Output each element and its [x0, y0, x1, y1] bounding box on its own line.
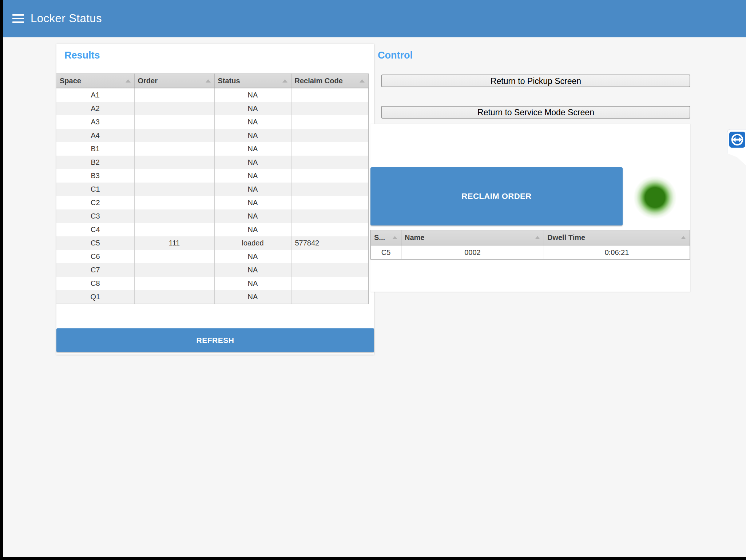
- results-table-body: A1NAA2NAA3NAA4NAB1NAB2NAB3NAC1NAC2NAC3NA…: [56, 88, 368, 304]
- table-row[interactable]: C8NA: [56, 277, 368, 290]
- cell-reclaim-code: [291, 196, 368, 209]
- cell-reclaim-code: [291, 142, 368, 156]
- cell-reclaim-code: [291, 290, 368, 304]
- sort-arrow-icon: [392, 236, 397, 239]
- column-header-label: Name: [405, 233, 424, 241]
- cell-order: [134, 142, 214, 156]
- cell-order: [134, 290, 214, 304]
- cell-status: loaded: [214, 236, 291, 250]
- cell-reclaim-code: [291, 115, 368, 129]
- app-header: Locker Status: [3, 0, 746, 37]
- column-header-reclaim-code[interactable]: Reclaim Code: [291, 74, 368, 88]
- cell-space: C2: [56, 196, 134, 209]
- cell-order: [134, 156, 214, 169]
- table-row[interactable]: C5111loaded577842: [56, 236, 368, 250]
- cell-space: C8: [56, 277, 134, 290]
- screen-edge-bottom: [0, 557, 746, 560]
- return-to-pickup-button[interactable]: Return to Pickup Screen: [381, 75, 690, 87]
- cell-status: NA: [214, 169, 291, 183]
- cell-status: NA: [214, 277, 291, 290]
- table-row[interactable]: A3NA: [56, 115, 368, 129]
- cell-order: 111: [134, 236, 214, 250]
- table-row[interactable]: B1NA: [56, 142, 368, 156]
- cell-space: B3: [56, 169, 134, 183]
- hamburger-menu-icon[interactable]: [12, 14, 24, 23]
- sort-arrow-icon: [535, 236, 540, 239]
- sort-arrow-icon: [360, 79, 365, 83]
- column-header-label: Space: [60, 77, 81, 85]
- table-header-row: Space Order Status Reclaim Code: [56, 74, 368, 88]
- cell-reclaim-code: [291, 263, 368, 277]
- column-header-label: Dwell Time: [547, 233, 585, 241]
- table-row[interactable]: A4NA: [56, 129, 368, 142]
- cell-dwell-time: 0:06:21: [544, 245, 690, 260]
- sort-arrow-icon: [282, 79, 287, 83]
- sort-arrow-icon: [206, 79, 211, 83]
- sort-arrow-icon: [681, 236, 686, 239]
- column-header-label: S...: [374, 233, 385, 241]
- table-row[interactable]: C4NA: [56, 223, 368, 236]
- cell-order: [134, 169, 214, 183]
- column-header-label: Order: [138, 77, 158, 85]
- table-row[interactable]: B2NA: [56, 156, 368, 169]
- cell-reclaim-code: [291, 88, 368, 102]
- control-heading: Control: [378, 50, 413, 61]
- cell-order: [134, 88, 214, 102]
- cell-order: [134, 263, 214, 277]
- column-header-status[interactable]: Status: [214, 74, 291, 88]
- cell-status: NA: [214, 263, 291, 277]
- cell-reclaim-code: [291, 209, 368, 223]
- cell-order: [134, 129, 214, 142]
- cell-reclaim-code: [291, 169, 368, 183]
- column-header-name[interactable]: Name: [401, 230, 544, 245]
- cell-reclaim-code: [291, 129, 368, 142]
- results-panel: Results Space Order Status Recl: [56, 44, 374, 355]
- cell-reclaim-code: [291, 250, 368, 263]
- cell-order: [134, 277, 214, 290]
- table-row[interactable]: A2NA: [56, 102, 368, 115]
- table-row[interactable]: C2NA: [56, 196, 368, 209]
- cell-space: A4: [56, 129, 134, 142]
- results-heading: Results: [64, 50, 100, 61]
- refresh-button[interactable]: REFRESH: [56, 328, 374, 352]
- table-row[interactable]: C6NA: [56, 250, 368, 263]
- table-row[interactable]: C7NA: [56, 263, 368, 277]
- cell-space: A3: [56, 115, 134, 129]
- cell-status: NA: [214, 102, 291, 115]
- return-to-service-mode-button[interactable]: Return to Service Mode Screen: [381, 106, 690, 119]
- cell-order: [134, 209, 214, 223]
- cell-space: B1: [56, 142, 134, 156]
- cell-space: C6: [56, 250, 134, 263]
- column-header-space[interactable]: Space: [56, 74, 134, 88]
- column-header-space-truncated[interactable]: S...: [371, 230, 401, 245]
- table-header-row: S... Name Dwell Time: [371, 230, 690, 245]
- column-header-dwell-time[interactable]: Dwell Time: [544, 230, 690, 245]
- cell-reclaim-code: 577842: [291, 236, 368, 250]
- cell-space: C5: [371, 245, 401, 260]
- table-row[interactable]: A1NA: [56, 88, 368, 102]
- remote-access-tab[interactable]: [727, 129, 746, 168]
- table-row[interactable]: C1NA: [56, 183, 368, 196]
- cell-reclaim-code: [291, 156, 368, 169]
- cell-status: NA: [214, 142, 291, 156]
- table-row[interactable]: B3NA: [56, 169, 368, 183]
- cell-reclaim-code: [291, 223, 368, 236]
- table-row[interactable]: Q1NA: [56, 290, 368, 304]
- sort-arrow-icon: [126, 79, 131, 83]
- cell-order: [134, 223, 214, 236]
- cell-order: [134, 250, 214, 263]
- table-row[interactable]: C3NA: [56, 209, 368, 223]
- cell-status: NA: [214, 196, 291, 209]
- cell-name: 0002: [401, 245, 544, 260]
- cell-status: NA: [214, 129, 291, 142]
- cell-space: B2: [56, 156, 134, 169]
- cell-reclaim-code: [291, 102, 368, 115]
- teamviewer-remote-access-icon: [729, 132, 745, 148]
- column-header-order[interactable]: Order: [134, 74, 214, 88]
- cell-order: [134, 115, 214, 129]
- cell-space: C4: [56, 223, 134, 236]
- cell-status: NA: [214, 156, 291, 169]
- reclaim-order-button[interactable]: RECLAIM ORDER: [370, 167, 623, 225]
- cell-space: Q1: [56, 290, 134, 304]
- table-row[interactable]: C500020:06:21: [371, 245, 690, 260]
